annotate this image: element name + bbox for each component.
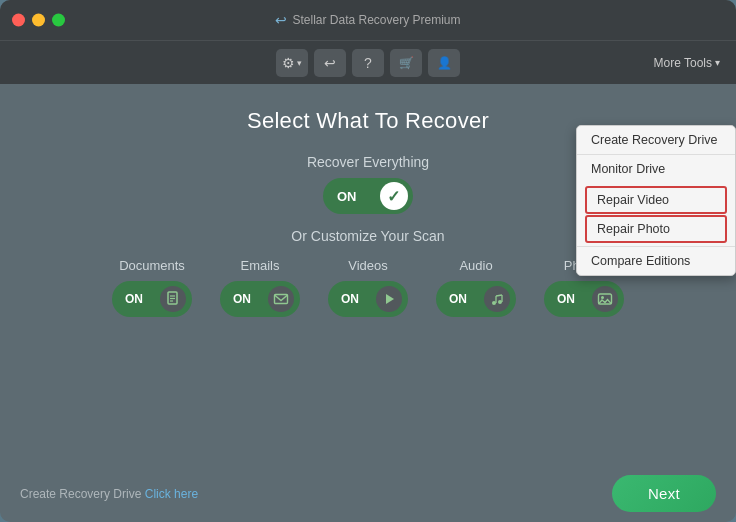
dropdown-item-monitor-drive[interactable]: Monitor Drive xyxy=(577,155,735,183)
toolbar: ⚙ ↩ ? 🛒 👤 More Tools Create Recovery Dri… xyxy=(0,40,736,84)
videos-toggle[interactable]: ON xyxy=(328,281,408,317)
documents-toggle[interactable]: ON xyxy=(112,281,192,317)
documents-icon xyxy=(160,286,186,312)
main-window: ↩ Stellar Data Recovery Premium ⚙ ↩ ? 🛒 … xyxy=(0,0,736,522)
audio-toggle-on: ON xyxy=(449,292,467,306)
svg-marker-5 xyxy=(386,294,394,304)
emails-toggle-on: ON xyxy=(233,292,251,306)
recover-everything-section: Recover Everything ON ✓ xyxy=(307,154,429,214)
dropdown-item-create-recovery-drive[interactable]: Create Recovery Drive xyxy=(577,126,735,154)
scan-option-videos: Videos ON xyxy=(328,258,408,317)
recover-everything-label: Recover Everything xyxy=(307,154,429,170)
titlebar-title: ↩ Stellar Data Recovery Premium xyxy=(275,12,460,28)
svg-line-10 xyxy=(496,295,502,296)
page-title: Select What To Recover xyxy=(247,108,489,134)
recover-everything-toggle-container: ON ✓ xyxy=(323,178,413,214)
app-icon: ↩ xyxy=(275,12,287,28)
photos-toggle[interactable]: ON xyxy=(544,281,624,317)
videos-label: Videos xyxy=(348,258,388,273)
customize-scan-label: Or Customize Your Scan xyxy=(291,228,444,244)
toggle-on-text: ON xyxy=(337,189,357,204)
emails-icon xyxy=(268,286,294,312)
audio-label: Audio xyxy=(459,258,492,273)
minimize-button[interactable] xyxy=(32,14,45,27)
footer: Create Recovery Drive Click here Next xyxy=(0,475,736,522)
traffic-lights xyxy=(12,14,65,27)
dropdown-item-repair-photo[interactable]: Repair Photo xyxy=(585,215,727,243)
dropdown-item-repair-video[interactable]: Repair Video xyxy=(585,186,727,214)
app-title-label: Stellar Data Recovery Premium xyxy=(292,13,460,27)
toolbar-buttons: ⚙ ↩ ? 🛒 👤 xyxy=(16,49,720,77)
back-button[interactable]: ↩ xyxy=(314,49,346,77)
next-button[interactable]: Next xyxy=(612,475,716,512)
footer-click-here-link[interactable]: Click here xyxy=(145,487,198,501)
scan-options-row: Documents ON Emails xyxy=(112,258,624,317)
photos-toggle-on: ON xyxy=(557,292,575,306)
maximize-button[interactable] xyxy=(52,14,65,27)
cart-button[interactable]: 🛒 xyxy=(390,49,422,77)
videos-toggle-on: ON xyxy=(341,292,359,306)
emails-toggle[interactable]: ON xyxy=(220,281,300,317)
videos-icon xyxy=(376,286,402,312)
checkmark-icon: ✓ xyxy=(387,187,400,206)
more-tools-dropdown: Create Recovery Drive Monitor Drive Repa… xyxy=(576,125,736,276)
settings-button[interactable]: ⚙ xyxy=(276,49,308,77)
emails-label: Emails xyxy=(240,258,279,273)
scan-option-audio: Audio ON xyxy=(436,258,516,317)
more-tools-label: More Tools xyxy=(654,56,712,70)
photos-icon xyxy=(592,286,618,312)
audio-icon xyxy=(484,286,510,312)
footer-link-container: Create Recovery Drive Click here xyxy=(20,487,198,501)
account-button[interactable]: 👤 xyxy=(428,49,460,77)
footer-link-prefix: Create Recovery Drive xyxy=(20,487,141,501)
documents-label: Documents xyxy=(119,258,185,273)
scan-option-documents: Documents ON xyxy=(112,258,192,317)
help-button[interactable]: ? xyxy=(352,49,384,77)
audio-toggle[interactable]: ON xyxy=(436,281,516,317)
scan-option-emails: Emails ON xyxy=(220,258,300,317)
svg-point-12 xyxy=(601,296,604,299)
dropdown-item-compare-editions[interactable]: Compare Editions xyxy=(577,247,735,275)
more-tools-button[interactable]: More Tools xyxy=(654,56,720,70)
toggle-thumb: ✓ xyxy=(380,182,408,210)
documents-toggle-on: ON xyxy=(125,292,143,306)
titlebar: ↩ Stellar Data Recovery Premium xyxy=(0,0,736,40)
close-button[interactable] xyxy=(12,14,25,27)
recover-everything-toggle[interactable]: ON ✓ xyxy=(323,178,413,214)
